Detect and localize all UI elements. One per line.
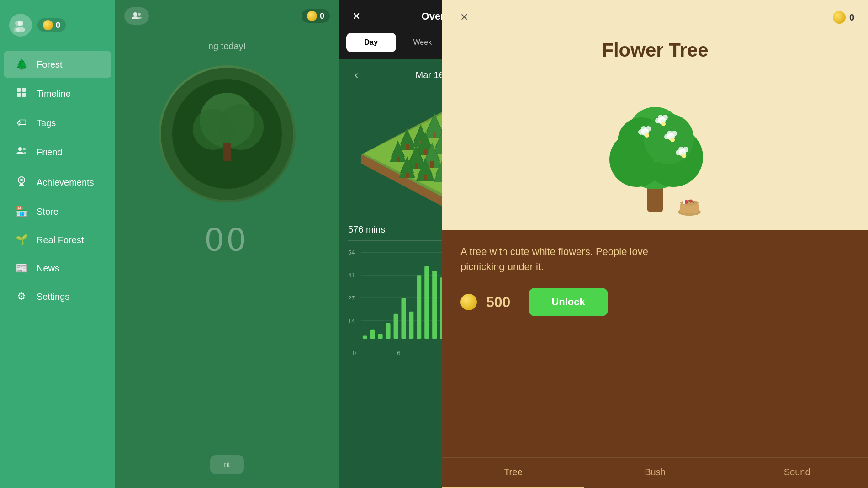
item-title: Flower Tree <box>460 39 850 61</box>
real-forest-icon: 🌱 <box>15 234 28 246</box>
item-tab-tree[interactable]: Tree <box>442 458 584 488</box>
svg-rect-108 <box>417 275 421 339</box>
bg-pot <box>159 65 296 202</box>
svg-rect-56 <box>430 161 434 168</box>
svg-rect-71 <box>397 157 400 162</box>
svg-rect-5 <box>22 88 26 92</box>
svg-text:54: 54 <box>348 249 355 256</box>
svg-point-11 <box>20 179 23 181</box>
svg-rect-103 <box>378 334 383 339</box>
svg-rect-104 <box>386 323 391 339</box>
sidebar-item-friend[interactable]: Friend <box>4 138 111 166</box>
bottom-btn-text: nt <box>224 461 230 468</box>
item-price-value: 500 <box>486 294 510 311</box>
svg-point-139 <box>672 131 677 136</box>
svg-rect-106 <box>401 298 406 339</box>
sidebar-item-news[interactable]: 📰 News <box>4 255 111 281</box>
sidebar-item-store[interactable]: 🏪 Store <box>4 198 111 225</box>
svg-rect-105 <box>394 314 398 339</box>
avatar[interactable] <box>9 14 32 37</box>
sidebar-label-tags: Tags <box>37 118 56 128</box>
bg-coin-count: 0 <box>320 11 324 21</box>
svg-point-149 <box>683 147 688 152</box>
svg-point-141 <box>670 138 675 142</box>
svg-rect-6 <box>17 93 21 97</box>
svg-rect-109 <box>424 266 429 339</box>
svg-point-145 <box>655 118 661 123</box>
friend-icon <box>15 145 28 159</box>
unlock-button[interactable]: Unlock <box>529 288 608 316</box>
item-header-coins: 0 <box>833 11 854 24</box>
bg-coin-icon <box>307 11 317 21</box>
overview-close-button[interactable]: ✕ <box>348 8 365 25</box>
svg-rect-86 <box>406 173 409 178</box>
svg-rect-21 <box>223 143 231 161</box>
svg-point-134 <box>646 126 651 132</box>
svg-rect-4 <box>17 88 21 92</box>
bg-coin-display: 0 <box>302 9 330 23</box>
achievements-icon <box>15 175 28 189</box>
friends-button[interactable] <box>124 7 149 25</box>
tab-week[interactable]: Week <box>398 33 448 52</box>
sidebar-item-real-forest[interactable]: 🌱 Real Forest <box>4 227 111 253</box>
svg-rect-101 <box>363 336 367 339</box>
plant-text: ng today! <box>208 41 246 51</box>
svg-text:41: 41 <box>348 272 355 279</box>
timer-text: 00 <box>205 221 249 258</box>
item-header-coin-icon <box>833 11 846 24</box>
sidebar-item-timeline[interactable]: Timeline <box>4 80 111 108</box>
svg-point-135 <box>638 129 644 135</box>
sidebar-header: 0 <box>0 9 115 46</box>
svg-point-14 <box>133 12 137 16</box>
svg-point-2 <box>15 21 21 26</box>
sidebar-label-settings: Settings <box>37 292 69 302</box>
svg-rect-13 <box>19 185 24 186</box>
bg-top-bar: 0 <box>115 0 339 32</box>
news-icon: 📰 <box>15 262 28 274</box>
svg-point-144 <box>662 115 668 120</box>
sidebar-label-achievements: Achievements <box>37 177 94 188</box>
sidebar-label-store: Store <box>37 207 58 217</box>
svg-point-146 <box>661 122 666 126</box>
svg-rect-102 <box>370 330 375 339</box>
x-label-6: 6 <box>397 350 400 356</box>
sidebar-item-forest[interactable]: 🌲 Forest <box>4 51 111 78</box>
tags-icon: 🏷 <box>15 117 28 129</box>
sidebar-label-forest: Forest <box>37 59 63 70</box>
svg-rect-44 <box>424 149 427 155</box>
sidebar-nav: 🌲 Forest Timeline 🏷 Tags <box>0 50 115 311</box>
svg-rect-65 <box>415 163 418 169</box>
item-header: ✕ 0 <box>442 0 868 35</box>
sidebar-item-settings[interactable]: ⚙ Settings <box>4 283 111 310</box>
svg-point-136 <box>645 133 649 138</box>
settings-icon: ⚙ <box>15 291 28 302</box>
svg-point-156 <box>689 200 693 203</box>
item-header-coin-count: 0 <box>849 12 854 23</box>
item-description: A tree with cute white flowers. People l… <box>460 244 689 274</box>
svg-rect-50 <box>406 144 409 150</box>
coin-count: 0 <box>56 21 60 30</box>
plant-prompt: ng today! <box>208 41 246 52</box>
coin-display: 0 <box>37 18 66 32</box>
item-close-button[interactable]: ✕ <box>456 9 472 26</box>
coin-icon <box>43 20 53 30</box>
item-price-coin-icon <box>460 294 477 310</box>
svg-rect-107 <box>409 312 413 339</box>
sidebar-item-tags[interactable]: 🏷 Tags <box>4 110 111 136</box>
svg-point-150 <box>676 150 681 155</box>
svg-point-151 <box>682 154 686 158</box>
item-tab-bush[interactable]: Bush <box>584 458 726 488</box>
svg-point-8 <box>18 147 22 151</box>
tab-day[interactable]: Day <box>346 33 396 52</box>
stat-mins: 576 mins <box>348 224 385 235</box>
timer-display: 00 <box>205 221 249 258</box>
sidebar-label-real-forest: Real Forest <box>37 235 84 245</box>
timeline-icon <box>15 87 28 101</box>
item-price-row: 500 Unlock <box>460 288 850 316</box>
sidebar: 0 🌲 Forest Timeline 🏷 Tags <box>0 0 115 488</box>
date-prev-button[interactable]: ‹ <box>348 67 365 83</box>
bg-bottom-button[interactable]: nt <box>210 455 243 474</box>
svg-rect-110 <box>432 271 437 339</box>
sidebar-item-achievements[interactable]: Achievements <box>4 168 111 196</box>
item-tab-sound[interactable]: Sound <box>726 458 868 488</box>
